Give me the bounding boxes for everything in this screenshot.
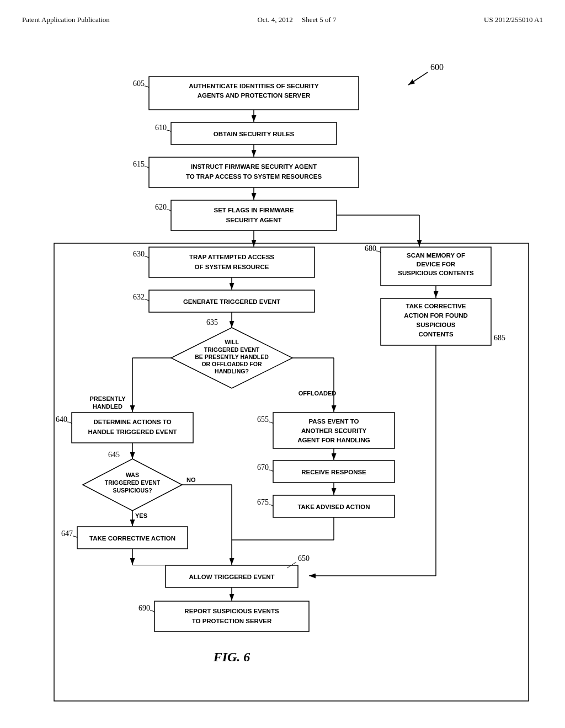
- box-685-text3: SUSPICIOUS: [417, 322, 456, 328]
- figure-number-label: 600: [430, 62, 444, 72]
- label-685: 685: [494, 334, 505, 342]
- box-630-text: TRAP ATTEMPTED ACCESS: [189, 254, 274, 260]
- header-right: US 2012/255010 A1: [484, 15, 543, 24]
- box-680-text2: DEVICE FOR: [417, 261, 456, 267]
- diamond-645-text3: SUSPICIOUS?: [113, 487, 152, 494]
- box-670-text: RECEIVE RESPONSE: [301, 469, 366, 475]
- diamond-645-text1: WAS: [126, 472, 139, 478]
- box-690-text2: TO PROTECTION SERVER: [192, 618, 272, 624]
- box-615-text2: TO TRAP ACCESS TO SYSTEM RESOURCES: [186, 173, 322, 180]
- box-640-text2: HANDLE TRIGGERED EVENT: [88, 429, 177, 435]
- box-630-text2: OF SYSTEM RESOURCE: [195, 264, 269, 270]
- label-635: 635: [206, 318, 218, 326]
- box-655-text2: ANOTHER SECURITY: [301, 427, 367, 434]
- box-655-text: PASS EVENT TO: [309, 418, 359, 425]
- label-632: 632: [133, 293, 145, 301]
- yes-label: YES: [135, 512, 147, 519]
- box-620-text2: SECURITY AGENT: [226, 217, 282, 223]
- box-680-text3: SUSPICIOUS CONTENTS: [398, 270, 474, 276]
- header-center: Oct. 4, 2012 Sheet 5 of 7: [257, 15, 336, 24]
- label-655: 655: [257, 415, 269, 424]
- svg-line-1: [408, 72, 428, 85]
- label-680: 680: [365, 244, 376, 253]
- page-header: Patent Application Publication Oct. 4, 2…: [0, 0, 565, 30]
- box-615: [149, 157, 359, 188]
- diamond-635-text4: OR OFFLOADED FOR: [201, 361, 262, 367]
- offloaded-label: OFFLOADED: [299, 390, 336, 397]
- box-647-text: TAKE CORRECTIVE ACTION: [89, 535, 175, 542]
- figure-label: FIG. 6: [213, 650, 250, 664]
- flowchart-svg: 600 AUTHENTICATE IDENTITIES OF SECURITY …: [0, 30, 565, 719]
- box-685-text2: ACTION FOR FOUND: [404, 312, 468, 319]
- label-650: 650: [298, 554, 310, 563]
- box-680-text: SCAN MEMORY OF: [407, 252, 465, 259]
- header-left: Patent Application Publication: [22, 15, 110, 24]
- diamond-645-text2: TRIGGERED EVENT: [105, 479, 161, 486]
- box-630: [149, 247, 315, 277]
- box-632-text: GENERATE TRIGGERED EVENT: [183, 298, 280, 305]
- box-610-text: OBTAIN SECURITY RULES: [214, 131, 295, 137]
- no-label: NO: [186, 477, 196, 483]
- box-675-text: TAKE ADVISED ACTION: [297, 504, 370, 510]
- box-640: [72, 413, 193, 443]
- box-690: [154, 601, 309, 631]
- box-615-text: INSTRUCT FIRMWARE SECURITY AGENT: [191, 163, 317, 170]
- box-640-text: DETERMINE ACTIONS TO: [93, 419, 171, 425]
- diamond-635-text3: BE PRESENTLY HANDLED: [195, 354, 269, 360]
- box-685-text4: CONTENTS: [418, 331, 454, 338]
- box-650-text: ALLOW TRIGGERED EVENT: [189, 574, 274, 580]
- box-620: [171, 200, 337, 231]
- diamond-635-text5: HANDLING?: [215, 368, 249, 374]
- diamond-635-text1: WILL: [225, 339, 239, 345]
- label-645: 645: [108, 451, 120, 459]
- label-610: 610: [155, 124, 167, 132]
- diamond-635-text2: TRIGGERED EVENT: [204, 346, 260, 353]
- label-670: 670: [257, 463, 269, 472]
- label-647: 647: [61, 529, 73, 538]
- box-620-text: SET FLAGS IN FIRMWARE: [214, 207, 294, 213]
- presently-label2: HANDLED: [93, 403, 122, 410]
- label-605: 605: [133, 79, 145, 88]
- label-615: 615: [133, 160, 145, 168]
- presently-label: PRESENTLY: [89, 395, 126, 402]
- box-605-text2: AGENTS AND PROTECTION SERVER: [198, 92, 311, 99]
- box-655-text3: AGENT FOR HANDLING: [297, 437, 370, 443]
- box-685-text: TAKE CORRECTIVE: [406, 303, 466, 309]
- label-675: 675: [257, 498, 269, 506]
- box-690-text: REPORT SUSPICIOUS EVENTS: [184, 608, 279, 614]
- label-630: 630: [133, 250, 145, 258]
- diagram-container: 600 AUTHENTICATE IDENTITIES OF SECURITY …: [0, 30, 565, 719]
- box-605-text: AUTHENTICATE IDENTITIES OF SECURITY: [189, 83, 319, 89]
- label-690: 690: [138, 604, 150, 612]
- label-640: 640: [56, 415, 67, 424]
- label-620: 620: [155, 203, 167, 211]
